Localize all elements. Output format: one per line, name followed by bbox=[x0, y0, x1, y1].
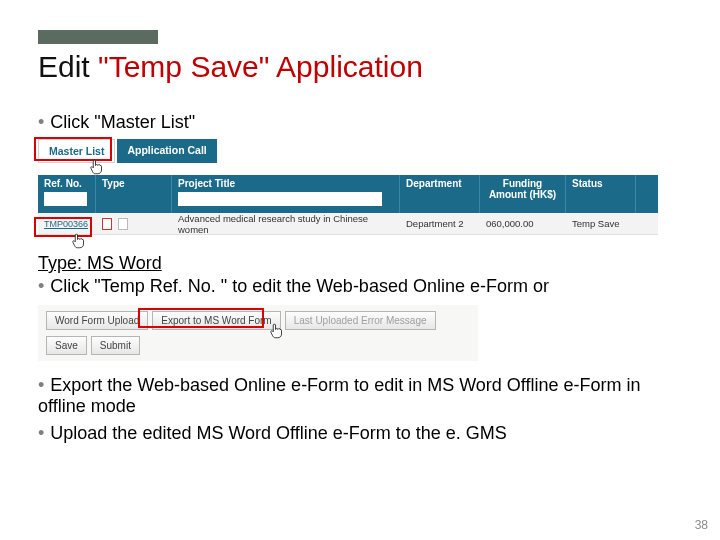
bullet-4: •Upload the edited MS Word Offline e-For… bbox=[38, 423, 690, 444]
accent-bar bbox=[38, 30, 158, 44]
bullet-dot: • bbox=[38, 423, 44, 443]
title-part1: Edit bbox=[38, 50, 98, 83]
title-red: "Temp Save" Application bbox=[98, 50, 423, 83]
page-number: 38 bbox=[695, 518, 708, 532]
col-title: Project Title bbox=[172, 175, 400, 213]
cell-fund-text: 060,000.00 bbox=[486, 218, 534, 229]
last-error-button: Last Uploaded Error Message bbox=[285, 311, 436, 330]
ref-link[interactable]: TMP00366 bbox=[44, 219, 88, 229]
bullet-2: •Click "Temp Ref. No. " to edit the Web-… bbox=[38, 276, 690, 297]
cell-title-text: Advanced medical research study in Chine… bbox=[178, 213, 368, 235]
submit-button[interactable]: Submit bbox=[91, 336, 140, 355]
cell-fund: 060,000.00 bbox=[480, 218, 566, 229]
col-dept-label: Department bbox=[406, 178, 462, 189]
tab-master-list[interactable]: Master List bbox=[38, 139, 115, 163]
col-type-label: Type bbox=[102, 178, 125, 189]
col-dept: Department bbox=[400, 175, 480, 213]
bullet-4-text: Upload the edited MS Word Offline e-Form… bbox=[50, 423, 507, 443]
bullet-3: •Export the Web-based Online e-Form to e… bbox=[38, 375, 690, 417]
col-fund: Funding Amount (HK$) bbox=[480, 175, 566, 213]
col-type: Type bbox=[96, 175, 172, 213]
bullet-2-text: Click "Temp Ref. No. " to edit the Web-b… bbox=[50, 276, 549, 296]
tab-application-call[interactable]: Application Call bbox=[117, 139, 216, 163]
bullet-dot: • bbox=[38, 276, 44, 296]
col-status: Status bbox=[566, 175, 636, 213]
cell-ref: TMP00366 bbox=[38, 218, 96, 229]
filter-ref[interactable] bbox=[44, 192, 87, 206]
word-icon[interactable] bbox=[118, 218, 128, 230]
tab-master-list-label: Master List bbox=[49, 145, 104, 157]
button-row-1: Word Form Upload Export to MS Word Form … bbox=[46, 311, 470, 330]
word-form-upload-button[interactable]: Word Form Upload bbox=[46, 311, 148, 330]
filter-title[interactable] bbox=[178, 192, 382, 206]
slide-title: Edit "Temp Save" Application bbox=[38, 50, 423, 84]
col-fund-label: Funding Amount (HK$) bbox=[489, 178, 556, 200]
col-ref: Ref. No. bbox=[38, 175, 96, 213]
bullet-dot: • bbox=[38, 112, 44, 132]
screenshot-master-list: Master List Application Call Ref. No. Ty… bbox=[38, 139, 658, 235]
cell-dept: Department 2 bbox=[400, 218, 480, 229]
export-word-label: Export to MS Word Form bbox=[161, 315, 271, 326]
bullet-1-text: Click "Master List" bbox=[50, 112, 195, 132]
save-label: Save bbox=[55, 340, 78, 351]
cell-title: Advanced medical research study in Chine… bbox=[172, 213, 400, 235]
submit-label: Submit bbox=[100, 340, 131, 351]
export-word-button[interactable]: Export to MS Word Form bbox=[152, 311, 280, 330]
pdf-icon[interactable] bbox=[102, 218, 112, 230]
cell-dept-text: Department 2 bbox=[406, 218, 464, 229]
cell-status-text: Temp Save bbox=[572, 218, 620, 229]
table-header-row: Ref. No. Type Project Title Department F… bbox=[38, 175, 658, 213]
cell-type bbox=[96, 218, 172, 230]
cell-status: Temp Save bbox=[566, 218, 636, 229]
col-status-label: Status bbox=[572, 178, 603, 189]
col-ref-label: Ref. No. bbox=[44, 178, 82, 189]
word-form-upload-label: Word Form Upload bbox=[55, 315, 139, 326]
save-button[interactable]: Save bbox=[46, 336, 87, 355]
bullet-dot: • bbox=[38, 375, 44, 395]
button-row-2: Save Submit bbox=[46, 336, 470, 355]
slide-content: •Click "Master List" Master List Applica… bbox=[38, 110, 690, 450]
last-error-label: Last Uploaded Error Message bbox=[294, 315, 427, 326]
bullet-1: •Click "Master List" bbox=[38, 112, 690, 133]
type-subhead: Type: MS Word bbox=[38, 253, 690, 274]
bullet-3-text: Export the Web-based Online e-Form to ed… bbox=[38, 375, 641, 416]
screenshot-export-buttons: Word Form Upload Export to MS Word Form … bbox=[38, 305, 478, 361]
tabs-row: Master List Application Call bbox=[38, 139, 658, 163]
table-row: TMP00366 Advanced medical research study… bbox=[38, 213, 658, 235]
col-title-label: Project Title bbox=[178, 178, 235, 189]
tab-application-call-label: Application Call bbox=[127, 144, 206, 156]
